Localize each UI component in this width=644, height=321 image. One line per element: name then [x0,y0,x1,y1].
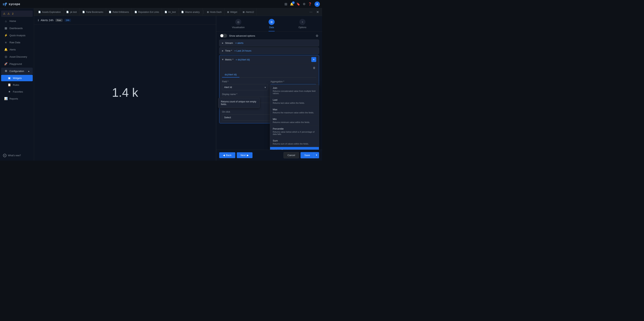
avatar[interactable]: A [314,1,320,7]
show-advanced-label: Show advanced options [229,34,255,37]
logo[interactable]: sy sycope [2,1,20,7]
sidebar-label-asset-discovery: Asset Discovery [10,55,30,58]
widget-big-number: 1.4 k [112,86,138,100]
tab-label-visualisation: Visualisation [232,26,244,29]
options-icon: + [300,19,306,25]
dropdown-item-max-desc: Returns the maximum value within the fie… [273,111,316,114]
sidebar: ⚠ ⚠ 2 ⌂ Home ▦ Dashboards ⚡ Quick Analys… [0,8,34,161]
sidebar-item-playground[interactable]: 🚀 Playground [1,60,33,67]
logo-text: sycope [9,2,20,6]
dropdown-item-min[interactable]: Min Returns minimum value within the fie… [270,116,319,125]
dropdown-item-sum-label: Sum [273,139,316,142]
panel-body: Show advanced options ⚙ ▶ Stream = alert… [216,31,322,150]
bookmark-icon[interactable]: 🔖 [296,2,300,6]
dropdown-item-sum[interactable]: Sum Returns sum of values within the fie… [270,137,319,147]
tab-label-wazne-analizy: Wazne analizy [185,11,200,13]
dropdown-item-unique-count[interactable]: Unique Count Returns count of unique non… [270,147,319,150]
tab-reputation-ext-links[interactable]: 📄 Reputation Ext Links [132,8,162,16]
sidebar-item-quick-analysis[interactable]: ⚡ Quick Analysis [1,32,33,39]
metric-arrow-icon: ▶ [222,59,224,60]
sidebar-item-widgets[interactable]: ▣ Widgets [1,75,33,81]
sidebar-item-reports[interactable]: 📊 Reports [1,95,33,102]
tab-visualisation[interactable]: ◎ Visualisation [232,19,244,31]
metric-label: Metric * [225,58,234,61]
tab-label-options: Options [298,26,306,29]
raw-badge: Raw [56,19,62,22]
dropdown-item-sum-desc: Returns sum of values within the fields. [273,143,316,145]
sidebar-label-reports: Reports [10,97,30,100]
more-tabs-button[interactable]: ⋯ [308,9,314,14]
sidebar-item-alerts[interactable]: 🔔 Alerts [1,46,33,53]
asset-discovery-icon: ◎ [4,55,8,58]
metric-accordion-header[interactable]: ▶ Metric * = dc(Alert Id) + [220,55,319,64]
tab-assets-exploration[interactable]: 📄 Assets Exploration [36,8,64,16]
tab-label-hosts-dash: Hosts Dash [210,11,222,13]
metric-add-button[interactable]: + [311,57,316,62]
bell-icon[interactable]: 🔔 1 [290,2,294,6]
tab-pk-test[interactable]: 📄 pk test [64,8,80,16]
dropdown-item-join[interactable]: Join Returns concatenated value from mul… [270,85,319,96]
time-accordion-header[interactable]: ▶ Time * = Last 24 hours [220,47,319,54]
sidebar-label-configuration: Configuration [10,70,26,72]
tab-rafal-bookmarks[interactable]: 📄 Rafal Bookmarks [80,8,106,16]
right-panel: ◎ Visualisation ⊞ Data + Options [216,16,322,161]
dropdown-item-max[interactable]: Max Returns the maximum value within the… [270,106,319,116]
stream-accordion-header[interactable]: ▶ Stream = alerts [220,40,319,46]
advanced-toggle-switch[interactable] [220,34,227,38]
data-icon: ⊞ [268,19,274,25]
gear-icon[interactable]: ⚙ [303,2,306,6]
next-button[interactable]: Next ▶ [237,152,252,158]
sidebar-item-configuration[interactable]: ⚙ Configuration ▲ [1,68,33,74]
sidebar-item-raw-data[interactable]: ≡ Raw Data [1,39,33,46]
tab-tm-test[interactable]: 📄 tm_test [162,8,178,16]
tooltip-box: Returns count of unique non empty fields… [218,98,260,108]
tab-options[interactable]: + Options [298,19,306,31]
dropdown-item-percentile[interactable]: Percentile Returns value below which a X… [270,125,319,137]
tab-label-rafal-bookmarks: Rafal Bookmarks [86,11,103,13]
metric-delete-button[interactable]: 🗑 [312,65,316,70]
show-advanced-toggle[interactable]: Show advanced options [220,34,255,38]
dropdown-item-join-desc: Returns concatenated value from multiple… [273,90,316,94]
save-button[interactable]: Save [300,152,314,158]
sidebar-item-asset-discovery[interactable]: ◎ Asset Discovery [1,53,33,60]
tab-icon-wazne-analizy: 📄 [181,11,184,13]
field-select[interactable]: Alert Id [222,84,268,90]
widget-content: 1.4 k [34,24,216,161]
grid-icon[interactable]: ⊞ [284,2,287,6]
sidebar-item-home[interactable]: ⌂ Home [1,18,33,24]
alert-warning-icon2: ⚠ [8,12,10,15]
tab-wazne-analizy[interactable]: 📄 Wazne analizy [178,8,202,16]
help-icon[interactable]: ❓ [308,2,312,6]
tab-widget[interactable]: ▦ Widget [224,8,240,16]
whats-new-label: What's new? [8,154,21,157]
sidebar-item-dashboards[interactable]: ▦ Dashboards [1,25,33,31]
field-select-wrapper: Alert Id [222,84,268,90]
favorites-icon: ★ [8,90,11,93]
panel-settings-icon[interactable]: ⚙ [316,34,318,38]
tab-rafal-drilldowns[interactable]: 📄 Rafal Drilldowns [106,8,132,16]
panel-header-row: Show advanced options ⚙ [219,34,319,38]
tab-hosts-dash[interactable]: ▦ Hosts Dash [204,8,224,16]
dropdown-item-unique-count-label: Unique Count [273,149,316,150]
tab-data[interactable]: ⊞ Data [268,19,274,31]
close-tab-button[interactable]: ✕ [315,9,320,15]
back-button[interactable]: ◀ Back [219,152,235,158]
top-bar-right: ⊞ 🔔 1 🔖 ⚙ ❓ A [284,1,320,7]
dropdown-item-last[interactable]: Last Returns last value within the field… [270,96,319,106]
metric-tab-dc[interactable]: dc(Alert Id) [222,72,240,77]
tab-label-widget: Widget [230,11,237,13]
save-dropdown-button[interactable]: ▾ [314,152,319,158]
widget-area: ℹ Alerts 24h Raw 24h 1.4 k ◎ [34,16,322,161]
tab-alerts12[interactable]: ▦ Alerts12 [240,8,257,16]
home-icon: ⌂ [4,19,8,23]
sidebar-item-rules[interactable]: 📋 Rules [1,82,33,88]
sidebar-label-dashboards: Dashboards [10,27,30,30]
field-group: Field * Alert Id [222,80,268,90]
cancel-button[interactable]: Cancel [284,152,299,158]
dropdown-item-max-label: Max [273,108,316,111]
tab-bar: 📄 Assets Exploration 📄 pk test 📄 Rafal B… [34,8,322,16]
sidebar-alert-banner[interactable]: ⚠ ⚠ 2 [1,10,33,17]
whats-new-link[interactable]: ● What's new? [3,154,31,157]
widget-title: Alerts 24h [41,18,54,22]
sidebar-item-favorites[interactable]: ★ Favorites [1,88,33,95]
